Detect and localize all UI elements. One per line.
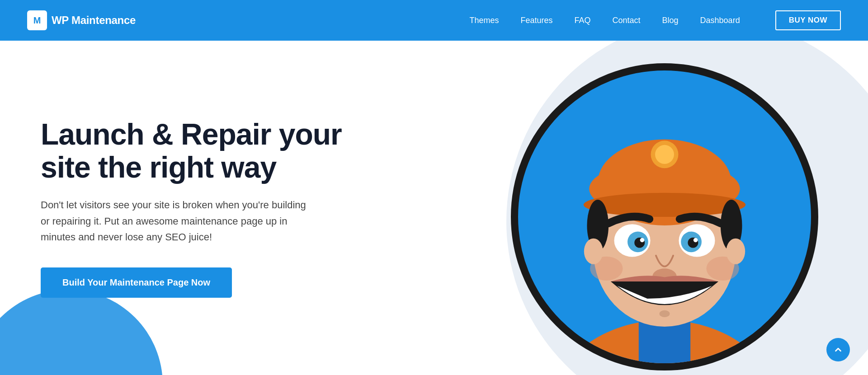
buy-now-button[interactable]: BUY NOW	[775, 10, 841, 30]
logo-area: M WP Maintenance	[27, 10, 136, 30]
svg-point-25	[660, 310, 670, 317]
chevron-up-icon	[833, 345, 843, 355]
nav-faq[interactable]: FAQ	[574, 16, 590, 25]
nav-features[interactable]: Features	[520, 16, 552, 25]
logo-text: WP Maintenance	[52, 14, 136, 27]
nav-blog[interactable]: Blog	[662, 16, 679, 25]
hero-section: Launch & Repair your site the right way …	[0, 41, 868, 375]
svg-point-9	[655, 145, 674, 164]
svg-point-18	[640, 238, 645, 243]
svg-point-7	[584, 193, 745, 217]
nav-themes[interactable]: Themes	[469, 16, 499, 25]
svg-point-23	[584, 239, 603, 264]
hero-subtitle: Don't let visitors see your site is brok…	[41, 197, 312, 245]
mascot-illustration	[518, 70, 811, 363]
scroll-top-button[interactable]	[826, 338, 850, 361]
header: M WP Maintenance Themes Features FAQ Con…	[0, 0, 868, 41]
nav-dashboard[interactable]: Dashboard	[700, 16, 740, 25]
logo-icon: M	[27, 10, 47, 30]
svg-point-19	[693, 238, 698, 243]
hero-title: Launch & Repair your site the right way	[41, 118, 362, 183]
hero-content: Launch & Repair your site the right way …	[0, 118, 362, 298]
main-nav: Themes Features FAQ Contact Blog Dashboa…	[469, 10, 841, 30]
cta-button[interactable]: Build Your Maintenance Page Now	[41, 267, 232, 298]
mascot-circle	[511, 63, 818, 370]
svg-point-24	[726, 239, 745, 264]
nav-contact[interactable]: Contact	[613, 16, 641, 25]
mascot-area	[461, 41, 868, 375]
